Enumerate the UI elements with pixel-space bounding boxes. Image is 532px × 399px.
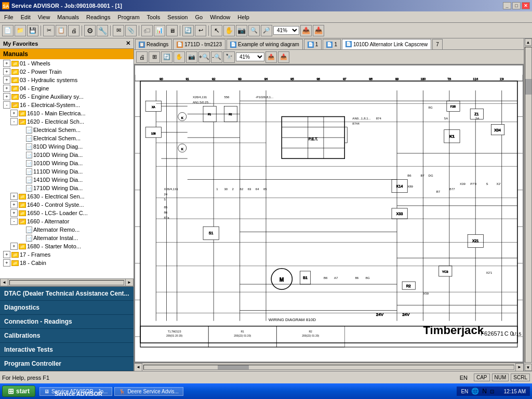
copy-button[interactable]: 📋: [56, 25, 67, 36]
expand-1680[interactable]: +: [10, 243, 18, 250]
expand-1650[interactable]: +: [10, 209, 18, 217]
expand-1610[interactable]: +: [10, 110, 18, 117]
tree-item-1630[interactable]: + 📁 1630 - Electrical Sen...: [9, 192, 134, 201]
scroll-down-btn[interactable]: ▼: [525, 364, 532, 371]
menu-readings[interactable]: Readings: [83, 11, 113, 22]
hand-button[interactable]: ✋: [223, 25, 235, 36]
tree-item-1650[interactable]: + 📁 1650 - LCS- Loader C...: [9, 209, 134, 217]
export-button[interactable]: 📤: [300, 25, 312, 36]
cut-button[interactable]: ✂: [43, 25, 55, 36]
close-button[interactable]: ✕: [522, 2, 530, 9]
tree-item-elec-scheme-2[interactable]: 📄 Electrical Schem...: [17, 134, 134, 142]
expand-18[interactable]: +: [3, 259, 10, 267]
doc-h-scroll-track[interactable]: [143, 365, 514, 370]
save-button[interactable]: 💾: [27, 25, 38, 36]
tab-readings[interactable]: 📋 Readings: [135, 39, 172, 49]
nav-diagnostics[interactable]: Diagnostics: [0, 301, 134, 315]
new-button[interactable]: 📄: [2, 25, 14, 36]
doc-refresh-btn[interactable]: 🔄: [161, 51, 172, 63]
tree-item-1110d[interactable]: 📄 1110D Wiring Dia...: [17, 167, 134, 176]
tree-item-05-engine-aux[interactable]: + 📁 05 - Engine Auxiliary sy...: [2, 92, 134, 101]
nav-calibrations[interactable]: Calibrations: [0, 329, 134, 343]
tree-item-810d[interactable]: 📄 810D Wiring Diag...: [17, 142, 134, 151]
tag-button[interactable]: 🏷: [141, 25, 153, 36]
cursor-button[interactable]: ↖: [211, 25, 222, 36]
wrench-button[interactable]: 🔧: [97, 25, 108, 36]
tree-item-1640[interactable]: + 📁 1640 - Control Syste...: [9, 201, 134, 209]
h-scroll-track[interactable]: [9, 280, 124, 285]
menu-tools[interactable]: Tools: [144, 11, 164, 22]
menu-edit[interactable]: Edit: [18, 11, 34, 22]
tree-item-1610[interactable]: + 📁 1610 - Main Electrica...: [9, 109, 134, 117]
tab-wiring-example[interactable]: 📄 Example of wiring diagram: [227, 39, 303, 49]
expand-17[interactable]: +: [3, 251, 10, 258]
nav-program-controller[interactable]: Program Controller: [0, 357, 134, 371]
expand-16[interactable]: -: [3, 101, 10, 109]
tree-item-1660[interactable]: - 📂 1660 - Alternator: [9, 217, 134, 225]
expand-02[interactable]: +: [3, 68, 10, 75]
v-scroll-track[interactable]: [525, 47, 532, 363]
back-button[interactable]: ↩: [195, 25, 206, 36]
tree-item-04-engine[interactable]: + 📁 04 - Engine: [2, 84, 134, 92]
tree-item-1010d-1[interactable]: 📄 1010D Wiring Dia...: [17, 151, 134, 159]
camera-button[interactable]: 📷: [236, 25, 247, 36]
doc-grid-btn[interactable]: ⊞: [149, 51, 160, 63]
maximize-button[interactable]: □: [512, 2, 521, 9]
doc-zoom-in-btn[interactable]: +🔍: [198, 51, 210, 63]
tree-item-16-electrical[interactable]: - 📂 16 - Electrical-System...: [2, 101, 134, 109]
refresh-button[interactable]: 🔄: [182, 25, 194, 36]
scroll-left-doc-btn[interactable]: ◄: [134, 363, 142, 371]
bottom-scroll[interactable]: ◄ ►: [134, 363, 524, 371]
tab-1[interactable]: 📄 1: [304, 39, 322, 49]
tree-item-1410d[interactable]: 📄 1410D Wiring Dia...: [17, 176, 134, 184]
doc-export-btn[interactable]: 📤: [265, 51, 277, 63]
tab-1711d[interactable]: 📄 1711D - tm2123: [173, 39, 225, 49]
menu-view[interactable]: View: [35, 11, 54, 22]
nav-dtac[interactable]: DTAC (Dealer Technical Assistance Cent..…: [0, 287, 134, 301]
doc-cam-btn[interactable]: 📷: [186, 51, 197, 63]
doc-import-btn[interactable]: 📥: [278, 51, 289, 63]
tab-7[interactable]: 7: [432, 39, 443, 49]
expand-1620[interactable]: -: [10, 118, 18, 125]
expand-1630[interactable]: +: [10, 193, 18, 200]
nav-interactive-tests[interactable]: Interactive Tests: [0, 343, 134, 357]
menu-program[interactable]: Program: [114, 11, 142, 22]
expand-01[interactable]: +: [3, 60, 10, 67]
tree-item-alt-install[interactable]: 📄 Alternator Instal...: [17, 234, 134, 242]
tree-item-02-powertrain[interactable]: + 📁 02 - Power Train: [2, 68, 134, 76]
expand-1660[interactable]: -: [10, 218, 18, 225]
expand-1640[interactable]: +: [10, 201, 18, 208]
start-button[interactable]: ⊞ start: [2, 385, 35, 397]
menu-window[interactable]: Window: [207, 11, 233, 22]
tree-item-01-wheels[interactable]: + 📁 01 - Wheels: [2, 59, 134, 68]
attach-button[interactable]: 📎: [125, 25, 137, 36]
doc-fitpage-btn[interactable]: 🔭: [223, 51, 235, 63]
open-button[interactable]: 📁: [15, 25, 26, 36]
minimize-button[interactable]: _: [503, 2, 511, 9]
doc-zoom-select[interactable]: 41% 25% 50% 75% 100%: [236, 52, 264, 61]
tree-item-elec-scheme-1[interactable]: 📄 Electrical Schem...: [17, 126, 134, 134]
zoom-in-button[interactable]: 🔍: [248, 25, 260, 36]
taskbar-item-deere[interactable]: 🦌 Deere Service Advis...: [114, 387, 183, 396]
print-button[interactable]: 🖨: [68, 25, 79, 36]
nav-connection-readings[interactable]: Connection - Readings: [0, 315, 134, 329]
right-scrollbar[interactable]: ▲ ▼: [524, 38, 532, 371]
import-button[interactable]: 📥: [313, 25, 324, 36]
tree-item-1680[interactable]: + 📁 1680 - Starter Moto...: [9, 242, 134, 250]
close-panel-button[interactable]: ✕: [126, 40, 130, 47]
menu-file[interactable]: File: [1, 11, 17, 22]
taskbar-item-advisor[interactable]: 🖥 Service ADVISOR - Jo...: [39, 387, 112, 396]
menu-session[interactable]: Session: [164, 11, 191, 22]
tree-item-1620[interactable]: - 📂 1620 - Electrical Sch...: [9, 117, 134, 126]
tree-item-alt-remote[interactable]: 📄 Alternator Remo...: [17, 225, 134, 234]
tree-item-1710d[interactable]: 📄 1710D Wiring Dia...: [17, 184, 134, 192]
expand-05[interactable]: +: [3, 93, 10, 100]
zoom-select[interactable]: 41% 25% 50% 75% 100%: [273, 26, 299, 35]
tab-1010d-alt[interactable]: 📄 1010D Alternator Link Capscrew: [342, 39, 431, 49]
zoom-out-button[interactable]: 🔎: [261, 25, 272, 36]
menu-go[interactable]: Go: [192, 11, 206, 22]
email-button[interactable]: ✉: [113, 25, 124, 36]
tree-item-18-cabin[interactable]: + 📁 18 - Cabin: [2, 259, 134, 267]
window-controls[interactable]: _ □ ✕: [503, 2, 530, 9]
menu-manuals[interactable]: Manuals: [54, 11, 82, 22]
